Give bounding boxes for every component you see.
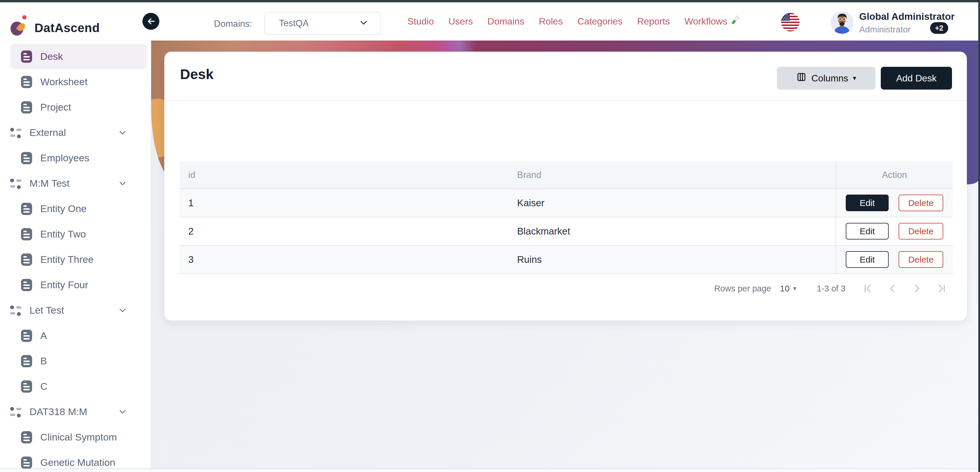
sidebar-item-m-m-test[interactable]: M:M Test xyxy=(10,171,147,196)
nav-link-studio[interactable]: Studio xyxy=(407,16,434,27)
sidebar-item-label: Genetic Mutation xyxy=(40,457,115,468)
next-page-icon[interactable] xyxy=(912,283,923,294)
sidebar-item-entity-two[interactable]: Entity Two xyxy=(10,221,147,247)
document-icon xyxy=(21,355,32,367)
nav-link-label: Domains xyxy=(487,16,524,27)
sidebar-item-clinical-symptom[interactable]: Clinical Symptom xyxy=(10,424,147,450)
sidebar-item-label: Entity One xyxy=(40,203,87,215)
sidebar-item-c[interactable]: C xyxy=(10,374,147,399)
relation-icon xyxy=(10,127,21,138)
user-avatar[interactable] xyxy=(830,11,853,34)
sidebar-item-label: Entity Three xyxy=(40,254,94,265)
edit-button[interactable]: Edit xyxy=(846,195,889,211)
columns-button-label: Columns xyxy=(811,73,848,84)
sidebar-item-let-test[interactable]: Let Test xyxy=(10,297,147,323)
sidebar-item-desk[interactable]: Desk xyxy=(10,44,147,69)
nav-link-label: Users xyxy=(449,16,473,27)
cell-id: 1 xyxy=(180,197,508,208)
document-icon xyxy=(21,279,32,291)
rows-per-page-label: Rows per page xyxy=(714,284,771,294)
delete-button[interactable]: Delete xyxy=(899,195,943,211)
document-icon xyxy=(21,330,32,342)
app-window: DatAscend Domains: TestQA StudioUsersDom… xyxy=(0,0,980,472)
cell-brand: Kaiser xyxy=(508,197,835,208)
document-icon xyxy=(21,380,32,393)
table-row: 1KaiserEditDelete xyxy=(180,189,953,217)
columns-icon xyxy=(796,72,807,84)
desk-table: id Brand Action 1KaiserEditDelete2Blackm… xyxy=(180,161,953,274)
cell-action: EditDelete xyxy=(835,246,953,273)
sidebar-item-entity-three[interactable]: Entity Three xyxy=(10,247,147,272)
sidebar-item-worksheet[interactable]: Worksheet xyxy=(10,69,147,95)
horizontal-scrollbar[interactable] xyxy=(0,469,980,472)
add-desk-button[interactable]: Add Desk xyxy=(881,67,952,89)
cell-action: EditDelete xyxy=(835,189,953,217)
sidebar-item-b[interactable]: B xyxy=(10,348,147,374)
nav-link-users[interactable]: Users xyxy=(449,16,473,27)
relation-icon xyxy=(10,305,21,316)
columns-button[interactable]: Columns ▾ xyxy=(777,67,875,89)
sidebar-item-label: A xyxy=(40,330,47,341)
sidebar-item-label: Project xyxy=(40,102,71,113)
caret-down-icon: ▾ xyxy=(853,75,856,82)
table-row: 3RuinsEditDelete xyxy=(180,246,953,274)
sidebar: DeskWorksheetProjectExternalEmployeesM:M… xyxy=(0,41,151,472)
edit-button[interactable]: Edit xyxy=(846,223,889,240)
table-header-row: id Brand Action xyxy=(180,161,953,189)
sidebar-item-external[interactable]: External xyxy=(10,120,147,145)
table-row: 2BlackmarketEditDelete xyxy=(180,217,953,246)
sidebar-item-label: Worksheet xyxy=(40,76,88,87)
document-icon xyxy=(21,431,32,443)
domain-select[interactable]: TestQA xyxy=(264,12,380,35)
sidebar-item-entity-one[interactable]: Entity One xyxy=(10,196,147,221)
nav-link-label: Roles xyxy=(539,16,563,27)
sidebar-item-employees[interactable]: Employees xyxy=(10,145,147,171)
chevron-down-icon xyxy=(118,407,127,417)
sidebar-item-project[interactable]: Project xyxy=(10,95,147,120)
cell-brand: Blackmarket xyxy=(508,226,835,237)
document-icon xyxy=(21,152,32,164)
top-nav: StudioUsersDomainsRolesCategoriesReports… xyxy=(407,2,740,41)
sidebar-item-label: Employees xyxy=(40,152,89,164)
rows-per-page-value[interactable]: 10 xyxy=(780,284,789,294)
domains-label: Domains: xyxy=(214,19,252,29)
last-page-icon[interactable] xyxy=(936,283,947,294)
sidebar-item-label: B xyxy=(40,355,47,367)
nav-link-reports[interactable]: Reports xyxy=(637,16,670,27)
nav-link-roles[interactable]: Roles xyxy=(539,16,563,27)
window-top-edge xyxy=(0,0,980,2)
role-count-badge[interactable]: +2 xyxy=(930,22,948,34)
sidebar-item-label: C xyxy=(40,381,48,392)
sidebar-item-label: Entity Four xyxy=(40,279,88,291)
sidebar-item-label: M:M Test xyxy=(29,178,70,189)
user-role: Administrator xyxy=(859,24,911,35)
delete-button[interactable]: Delete xyxy=(899,223,943,240)
document-icon xyxy=(21,203,32,215)
sidebar-item-a[interactable]: A xyxy=(10,323,147,348)
sidebar-item-dat318-m-m[interactable]: DAT318 M:M xyxy=(10,399,147,424)
sidebar-collapse-button[interactable] xyxy=(142,13,159,30)
edit-button[interactable]: Edit xyxy=(846,251,889,268)
sidebar-item-entity-four[interactable]: Entity Four xyxy=(10,272,147,297)
user-name: Global Administrator xyxy=(859,11,955,22)
document-icon xyxy=(21,228,32,240)
document-icon xyxy=(21,101,32,113)
test-tube-icon xyxy=(730,15,740,28)
nav-link-domains[interactable]: Domains xyxy=(487,16,524,27)
us-flag-icon[interactable] xyxy=(781,13,800,32)
table-header-id: id xyxy=(180,170,508,180)
relation-icon xyxy=(10,406,21,418)
chevron-down-icon xyxy=(118,178,127,188)
nav-link-workflows[interactable]: Workflows xyxy=(684,15,740,28)
page-title: Desk xyxy=(180,66,214,82)
sidebar-item-label: Desk xyxy=(40,51,63,62)
document-icon xyxy=(21,76,32,88)
app-logo-icon xyxy=(11,15,31,36)
previous-page-icon[interactable] xyxy=(887,283,898,294)
first-page-icon[interactable] xyxy=(862,283,873,294)
pagination-controls xyxy=(862,283,947,294)
rows-per-page-caret-icon[interactable]: ▾ xyxy=(793,285,796,292)
brand-name: DatAscend xyxy=(35,21,100,35)
nav-link-categories[interactable]: Categories xyxy=(577,16,622,27)
delete-button[interactable]: Delete xyxy=(899,251,943,268)
